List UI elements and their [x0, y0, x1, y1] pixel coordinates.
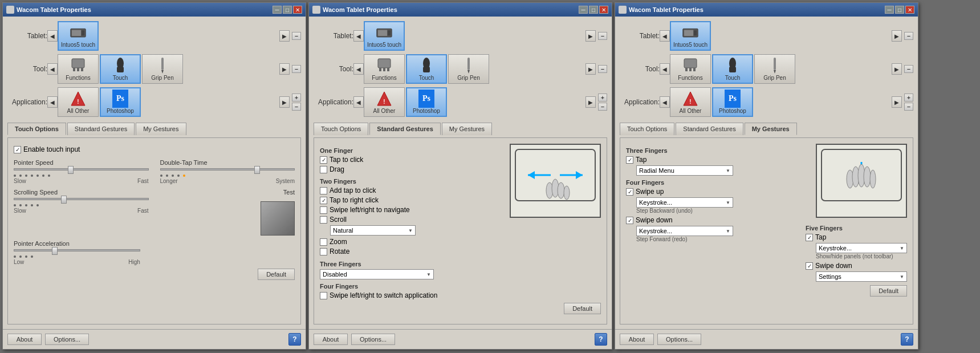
swipe-down-checkbox-3[interactable]	[626, 217, 633, 224]
app-photoshop-1[interactable]: Ps Photoshop	[100, 87, 141, 117]
tool-prev-3[interactable]: ◀	[660, 63, 670, 75]
app-photoshop-2[interactable]: Ps Photoshop	[406, 87, 447, 117]
tool-prev-2[interactable]: ◀	[353, 63, 364, 75]
tab-touch-options-2[interactable]: Touch Options	[314, 123, 368, 135]
swipe-up-checkbox-3[interactable]	[626, 188, 633, 196]
tablet-intuos5-3[interactable]: Intuos5 touch	[670, 21, 711, 51]
app-plus-1[interactable]: +	[292, 94, 301, 102]
accel-thumb-1[interactable]	[52, 247, 58, 255]
tool-functions-2[interactable]: Functions	[364, 54, 405, 84]
help-btn-1[interactable]: ?	[288, 333, 301, 346]
swipe-nav-checkbox-2[interactable]	[320, 206, 327, 214]
tool-next-1[interactable]: ▶	[279, 63, 290, 75]
app-next-2[interactable]: ▶	[585, 96, 596, 108]
tablet-minus-1[interactable]: −	[292, 32, 301, 40]
tablet-next-3[interactable]: ▶	[892, 30, 902, 42]
zoom-checkbox-2[interactable]	[320, 238, 327, 246]
five-swipe-checkbox-3[interactable]	[806, 262, 813, 270]
tablet-minus-2[interactable]: −	[598, 32, 607, 40]
tablet-minus-3[interactable]: −	[904, 32, 913, 40]
options-btn-3[interactable]: Options...	[657, 334, 701, 345]
swipe-down-dropdown-3[interactable]: Keystroke... ▼	[636, 226, 733, 236]
app-prev-2[interactable]: ◀	[353, 96, 364, 108]
tap-right-checkbox-2[interactable]	[320, 197, 327, 204]
pointer-speed-thumb-1[interactable]	[68, 166, 74, 174]
tap-click-checkbox-2[interactable]	[320, 156, 327, 164]
tab-my-gestures-1[interactable]: My Gestures	[136, 123, 186, 135]
minimize-btn-3[interactable]: ─	[885, 6, 894, 14]
app-plus-2[interactable]: +	[598, 94, 607, 102]
scrolling-thumb-1[interactable]	[61, 196, 67, 204]
add-tap-checkbox-2[interactable]	[320, 187, 327, 194]
tablet-prev-2[interactable]: ◀	[353, 30, 364, 42]
close-btn-1[interactable]: ✕	[293, 6, 302, 14]
accel-track-1[interactable]	[14, 249, 140, 251]
options-btn-2[interactable]: Options...	[351, 334, 395, 345]
tool-minus-1[interactable]: −	[292, 65, 301, 73]
close-btn-2[interactable]: ✕	[599, 6, 608, 14]
app-minus-2[interactable]: −	[598, 103, 607, 111]
tool-pen-3[interactable]: Grip Pen	[754, 54, 795, 84]
app-prev-3[interactable]: ◀	[660, 96, 670, 108]
app-prev-1[interactable]: ◀	[47, 96, 58, 108]
minimize-btn-1[interactable]: ─	[273, 6, 282, 14]
tool-touch-1[interactable]: Touch	[100, 54, 141, 84]
tool-functions-3[interactable]: Functions	[670, 54, 711, 84]
scroll-dropdown-2[interactable]: Natural ▼	[330, 225, 416, 236]
drag-checkbox-2[interactable]	[320, 166, 327, 173]
pointer-speed-track-1[interactable]	[14, 168, 149, 171]
help-btn-3[interactable]: ?	[901, 333, 913, 346]
app-photoshop-3[interactable]: Ps Photoshop	[712, 87, 753, 117]
tab-standard-gestures-1[interactable]: Standard Gestures	[67, 123, 135, 135]
tablet-next-2[interactable]: ▶	[585, 30, 596, 42]
maximize-btn-2[interactable]: □	[589, 6, 598, 14]
tool-pen-2[interactable]: Grip Pen	[448, 54, 489, 84]
tool-prev-1[interactable]: ◀	[47, 63, 58, 75]
test-box-1[interactable]	[261, 201, 295, 236]
app-allother-1[interactable]: ! All Other	[58, 87, 99, 117]
about-btn-3[interactable]: About	[620, 334, 654, 345]
tool-minus-2[interactable]: −	[598, 65, 607, 73]
swipe-up-dropdown-3[interactable]: Keystroke... ▼	[636, 197, 733, 208]
app-allother-2[interactable]: ! All Other	[364, 87, 405, 117]
four-swipe-checkbox-2[interactable]	[320, 292, 327, 299]
minimize-btn-2[interactable]: ─	[579, 6, 588, 14]
tablet-prev-3[interactable]: ◀	[660, 30, 670, 42]
about-btn-1[interactable]: About	[7, 334, 42, 345]
five-swipe-dropdown-3[interactable]: Settings ▼	[816, 271, 907, 282]
double-tap-thumb-1[interactable]	[254, 166, 260, 174]
tool-next-3[interactable]: ▶	[892, 63, 902, 75]
tab-touch-options-3[interactable]: Touch Options	[620, 123, 674, 135]
tab-standard-gestures-2[interactable]: Standard Gestures	[369, 123, 440, 135]
tab-standard-gestures-3[interactable]: Standard Gestures	[676, 123, 743, 135]
tablet-intuos5-1[interactable]: Intuos5 touch	[58, 21, 99, 51]
default-btn-3[interactable]: Default	[870, 285, 907, 297]
tool-minus-3[interactable]: −	[904, 65, 913, 73]
app-plus-3[interactable]: +	[904, 94, 913, 102]
about-btn-2[interactable]: About	[314, 334, 348, 345]
options-btn-1[interactable]: Options...	[45, 334, 89, 345]
tab-my-gestures-2[interactable]: My Gestures	[442, 123, 492, 135]
tool-touch-3[interactable]: Touch	[712, 54, 753, 84]
app-allother-3[interactable]: ! All Other	[670, 87, 711, 117]
double-tap-track-1[interactable]	[160, 168, 295, 171]
tablet-prev-1[interactable]: ◀	[47, 30, 58, 42]
tool-pen-1[interactable]: Grip Pen	[142, 54, 183, 84]
tab-my-gestures-3[interactable]: My Gestures	[745, 123, 797, 135]
enable-touch-checkbox-1[interactable]	[14, 146, 21, 153]
scrolling-track-1[interactable]	[14, 198, 149, 200]
tablet-intuos5-2[interactable]: Intuos5 touch	[364, 21, 405, 51]
tool-functions-1[interactable]: Functions	[58, 54, 99, 84]
three-finger-dropdown-2[interactable]: Disabled ▼	[320, 269, 434, 279]
app-minus-3[interactable]: −	[904, 103, 913, 111]
app-next-3[interactable]: ▶	[892, 96, 902, 108]
tab-touch-options-1[interactable]: Touch Options	[7, 123, 66, 135]
five-tap-dropdown-3[interactable]: Keystroke... ▼	[816, 243, 907, 253]
maximize-btn-3[interactable]: □	[895, 6, 904, 14]
rotate-checkbox-2[interactable]	[320, 248, 327, 255]
tool-touch-2[interactable]: Touch	[406, 54, 447, 84]
help-btn-2[interactable]: ?	[595, 333, 607, 346]
app-minus-1[interactable]: −	[292, 103, 301, 111]
scroll-checkbox-2[interactable]	[320, 216, 327, 224]
tap-checkbox-3[interactable]	[626, 156, 633, 164]
